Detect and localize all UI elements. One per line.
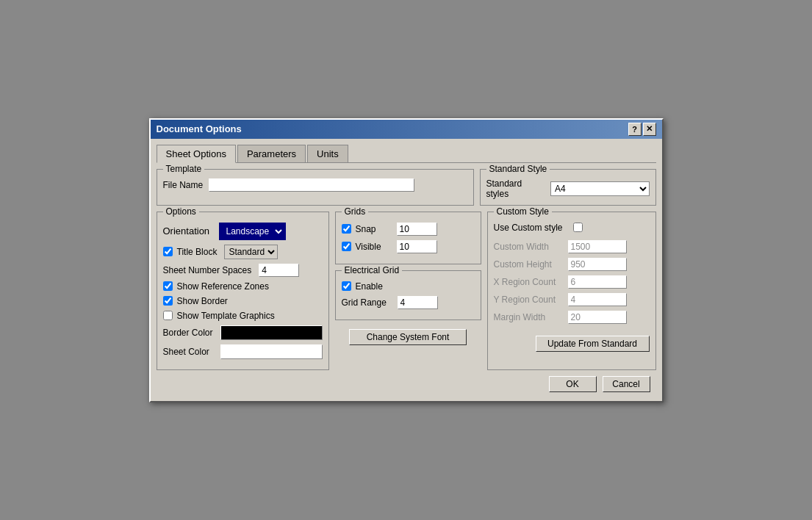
electrical-grid-label: Electrical Grid: [342, 265, 403, 275]
enable-checkbox[interactable]: [342, 281, 351, 291]
visible-input[interactable]: [397, 240, 437, 253]
margin-width-input[interactable]: [568, 311, 627, 324]
dialog-title: Document Options: [157, 123, 242, 134]
snap-checkbox[interactable]: [342, 224, 351, 234]
sheet-number-input[interactable]: [259, 264, 299, 277]
custom-height-label: Custom Height: [494, 259, 564, 270]
standard-styles-label: Standard styles: [486, 178, 545, 199]
grid-range-input[interactable]: [398, 296, 438, 309]
grids-group-label: Grids: [342, 206, 369, 217]
standard-styles-select[interactable]: A4 A3 A2 Letter: [550, 181, 650, 196]
border-color-label: Border Color: [163, 328, 216, 338]
use-custom-label: Use Custom style: [494, 223, 563, 233]
show-template-graphics-checkbox[interactable]: [163, 311, 173, 320]
options-group: Options Orientation Landscape Portrait: [157, 212, 329, 370]
tabs: Sheet Options Parameters Units: [157, 145, 656, 163]
title-bar-buttons: ? ✕: [628, 123, 656, 136]
grid-range-label: Grid Range: [342, 297, 393, 308]
show-reference-zones-checkbox[interactable]: [163, 281, 173, 291]
close-button[interactable]: ✕: [643, 123, 656, 136]
x-region-label: X Region Count: [494, 277, 564, 287]
snap-label: Snap: [356, 224, 392, 234]
tab-sheet-options[interactable]: Sheet Options: [157, 145, 236, 163]
show-reference-zones-label: Show Reference Zones: [177, 281, 269, 292]
sheet-number-label: Sheet Number Spaces: [163, 265, 252, 275]
file-name-label: File Name: [163, 180, 204, 190]
help-button[interactable]: ?: [628, 123, 642, 136]
file-name-input[interactable]: [209, 178, 414, 192]
use-custom-checkbox[interactable]: [573, 223, 583, 232]
standard-style-group: Standard Style Standard styles A4 A3 A2 …: [480, 169, 656, 206]
margin-width-label: Margin Width: [494, 312, 564, 322]
main-content: Options Orientation Landscape Portrait: [157, 212, 656, 370]
sheet-color-swatch[interactable]: [220, 344, 323, 359]
y-region-input[interactable]: [568, 293, 627, 306]
electrical-grid-group: Electrical Grid Enable Grid Range: [335, 270, 481, 320]
visible-checkbox[interactable]: [342, 242, 351, 251]
visible-label: Visible: [356, 242, 392, 252]
change-system-font-button[interactable]: Change System Font: [349, 329, 467, 345]
y-region-label: Y Region Count: [494, 295, 564, 305]
snap-input[interactable]: [397, 223, 437, 236]
document-options-dialog: Document Options ? ✕ Sheet Options Param…: [149, 118, 664, 402]
update-from-standard-button[interactable]: Update From Standard: [536, 336, 650, 352]
show-template-graphics-label: Show Template Graphics: [177, 311, 275, 321]
title-bar: Document Options ? ✕: [151, 120, 662, 139]
tab-units[interactable]: Units: [307, 145, 348, 162]
sheet-color-label: Sheet Color: [163, 347, 216, 357]
x-region-input[interactable]: [568, 275, 627, 289]
title-block-checkbox[interactable]: [163, 247, 173, 256]
custom-style-group: Custom Style Use Custom style Custom Wid…: [487, 212, 656, 370]
custom-width-label: Custom Width: [494, 242, 564, 252]
ok-button[interactable]: OK: [549, 376, 597, 392]
cancel-button[interactable]: Cancel: [603, 376, 650, 392]
enable-label: Enable: [356, 281, 383, 292]
dialog-body: Sheet Options Parameters Units Template …: [151, 139, 662, 401]
custom-width-input[interactable]: [568, 240, 627, 253]
custom-height-input[interactable]: [568, 258, 627, 271]
grids-group: Grids Snap: [335, 212, 481, 264]
tab-parameters[interactable]: Parameters: [237, 145, 306, 162]
show-border-label: Show Border: [177, 296, 228, 306]
orientation-label: Orientation: [163, 225, 216, 236]
title-block-select[interactable]: Standard None: [224, 245, 278, 259]
options-group-label: Options: [163, 206, 199, 217]
bottom-buttons: OK Cancel: [157, 370, 656, 395]
border-color-swatch[interactable]: [220, 325, 323, 340]
title-block-label: Title Block: [177, 247, 218, 257]
orientation-select[interactable]: Landscape Portrait: [219, 223, 286, 240]
show-border-checkbox[interactable]: [163, 296, 173, 306]
template-group-label: Template: [163, 164, 205, 174]
template-group: Template File Name: [157, 169, 474, 206]
standard-style-group-label: Standard Style: [486, 164, 550, 174]
custom-style-group-label: Custom Style: [494, 206, 552, 217]
